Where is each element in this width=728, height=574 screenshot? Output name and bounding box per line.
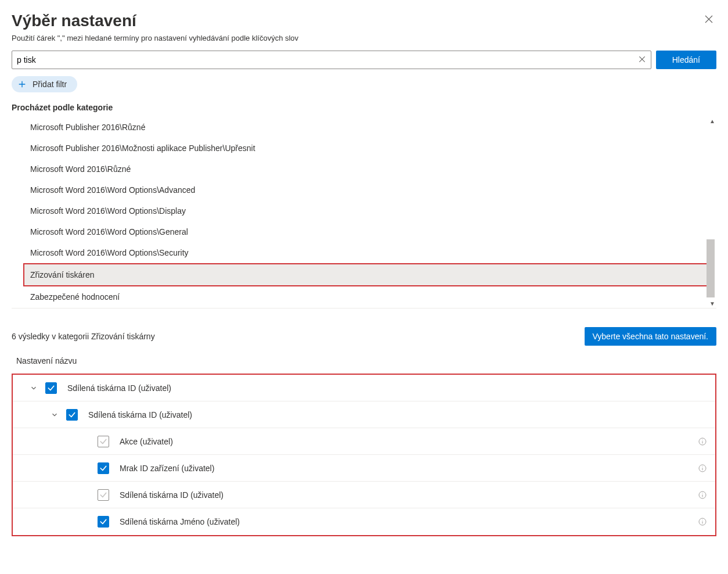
category-item[interactable]: Zabezpečené hodnocení xyxy=(28,286,705,307)
category-item[interactable]: Microsoft Word 2016\Word Options\Display xyxy=(28,200,705,221)
close-button[interactable] xyxy=(701,12,716,28)
tree-row: Sdílená tiskárna ID (uživatel) xyxy=(13,401,715,428)
category-scroll-area: Microsoft Publisher 2016\RůznéMicrosoft … xyxy=(12,117,716,308)
checkbox[interactable] xyxy=(98,516,109,528)
chevron-down-icon[interactable] xyxy=(27,384,41,392)
category-item[interactable]: Microsoft Publisher 2016\Různé xyxy=(28,117,705,138)
svg-point-11 xyxy=(702,519,702,520)
close-icon xyxy=(704,17,714,26)
tree-row-label: Akce (uživatel) xyxy=(120,437,698,446)
category-item[interactable]: Microsoft Word 2016\Word Options\Securit… xyxy=(28,242,705,263)
checkbox[interactable] xyxy=(98,489,109,501)
settings-tree: Sdílená tiskárna ID (uživatel)Sdílená ti… xyxy=(12,374,716,536)
info-icon[interactable] xyxy=(698,490,707,500)
scroll-thumb[interactable] xyxy=(707,239,715,297)
category-item[interactable]: Microsoft Word 2016\Word Options\Advance… xyxy=(28,180,705,200)
category-item[interactable]: Microsoft Publisher 2016\Možnosti aplika… xyxy=(28,138,705,159)
results-count: 6 výsledky v kategorii Zřizování tiskárn… xyxy=(12,332,155,341)
page-subtitle: Použití čárek "," mezi hledané termíny p… xyxy=(12,34,716,42)
scrollbar[interactable]: ▲ ▼ xyxy=(706,117,715,308)
search-field-wrap xyxy=(12,51,651,69)
checkbox[interactable] xyxy=(98,436,109,447)
search-input[interactable] xyxy=(17,51,638,69)
tree-row: Mrak ID zařízení (uživatel) xyxy=(13,455,715,482)
tree-row-label: Sdílená tiskárna ID (uživatel) xyxy=(88,410,707,419)
svg-point-5 xyxy=(702,466,702,467)
scroll-down-arrow[interactable]: ▼ xyxy=(709,300,715,307)
browse-category-label: Procházet podle kategorie xyxy=(12,103,716,112)
add-filter-button[interactable]: Přidat filtr xyxy=(12,76,77,92)
scroll-up-arrow[interactable]: ▲ xyxy=(709,118,715,124)
settings-name-label: Nastavení názvu xyxy=(12,356,716,365)
checkbox[interactable] xyxy=(66,409,78,421)
checkbox[interactable] xyxy=(45,382,57,394)
clear-search-button[interactable] xyxy=(638,55,646,65)
svg-point-8 xyxy=(702,493,702,493)
clear-icon xyxy=(638,55,646,65)
tree-row: Sdílená tiskárna ID (uživatel) xyxy=(13,375,715,401)
chevron-down-icon[interactable] xyxy=(48,411,62,419)
category-item[interactable]: Zřizování tiskáren xyxy=(23,263,708,286)
add-filter-label: Přidat filtr xyxy=(33,80,67,89)
search-button[interactable]: Hledání xyxy=(656,51,716,69)
page-title: Výběr nastavení xyxy=(12,12,136,30)
tree-row: Sdílená tiskárna ID (uživatel) xyxy=(13,482,715,508)
info-icon[interactable] xyxy=(698,517,707,526)
info-icon[interactable] xyxy=(698,437,707,446)
info-icon[interactable] xyxy=(698,464,707,473)
select-all-button[interactable]: Vyberte všechna tato nastavení. xyxy=(585,327,717,346)
tree-row-label: Sdílená tiskárna ID (uživatel) xyxy=(120,490,698,500)
tree-row-label: Sdílená tiskárna Jméno (uživatel) xyxy=(120,517,698,526)
tree-row: Akce (uživatel) xyxy=(13,428,715,455)
tree-row: Sdílená tiskárna Jméno (uživatel) xyxy=(13,508,715,535)
plus-icon xyxy=(17,80,27,89)
tree-row-label: Sdílená tiskárna ID (uživatel) xyxy=(67,383,707,393)
category-item[interactable]: Microsoft Word 2016\Různé xyxy=(28,159,705,180)
checkbox[interactable] xyxy=(98,462,109,474)
tree-row-label: Mrak ID zařízení (uživatel) xyxy=(120,464,698,473)
svg-point-2 xyxy=(702,439,702,440)
category-item[interactable]: Microsoft Word 2016\Word Options\General xyxy=(28,221,705,242)
